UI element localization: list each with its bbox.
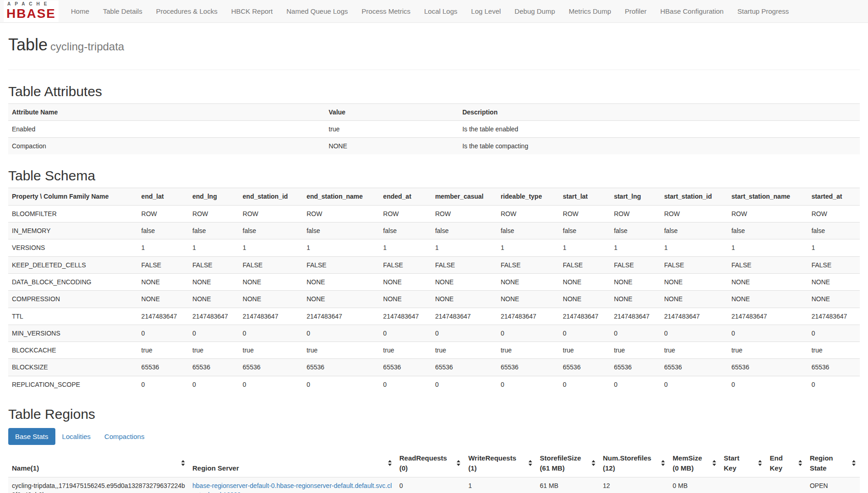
region-end-key (766, 477, 806, 493)
regions-col-region-state[interactable]: Region State (806, 450, 860, 477)
sort-down-arrow-icon (661, 464, 665, 466)
nav-link-log-level[interactable]: Log Level (464, 0, 508, 22)
nav-link-local-logs[interactable]: Local Logs (417, 0, 464, 22)
nav-link-hbase-configuration[interactable]: HBase Configuration (653, 0, 730, 22)
schema-cell: true (303, 342, 379, 359)
sort-icon[interactable] (661, 460, 665, 466)
schema-cell: NONE (808, 273, 860, 290)
schema-cell: NONE (138, 291, 189, 308)
hbase-logo[interactable]: APACHE HBASE (4, 0, 59, 22)
nav-link-hbck-report[interactable]: HBCK Report (224, 0, 280, 22)
region-num-storefiles: 12 (599, 477, 669, 493)
schema-cell: 2147483647 (660, 308, 728, 325)
sort-icon[interactable] (798, 460, 802, 466)
nav-item-profiler: Profiler (618, 0, 654, 22)
sort-icon[interactable] (592, 460, 595, 466)
tab-link-base-stats[interactable]: Base Stats (8, 428, 55, 445)
schema-cell: false (303, 222, 379, 239)
regions-col-name-1[interactable]: Name(1) (8, 450, 189, 477)
nav-link-profiler[interactable]: Profiler (618, 0, 654, 22)
regions-col-end-key[interactable]: End Key (766, 450, 806, 477)
schema-property-name: BLOOMFILTER (8, 205, 138, 222)
sort-icon[interactable] (528, 460, 532, 466)
attributes-header-row: Attribute NameValueDescription (8, 103, 860, 120)
tab-localities: Localities (55, 428, 98, 445)
nav-link-debug-dump[interactable]: Debug Dump (508, 0, 562, 22)
tab-link-localities[interactable]: Localities (55, 428, 98, 445)
page-title-text: Table (8, 35, 48, 54)
sort-down-arrow-icon (798, 464, 802, 466)
regions-col-writerequests-1[interactable]: WriteRequests (1) (464, 450, 536, 477)
schema-cell: FALSE (610, 256, 661, 273)
sort-icon[interactable] (457, 460, 460, 466)
regions-col-num-storefiles-12[interactable]: Num.Storefiles (12) (599, 450, 669, 477)
schema-cell: false (189, 222, 239, 239)
nav-link-table-details[interactable]: Table Details (96, 0, 149, 22)
attributes-col-attribute-name: Attribute Name (8, 103, 325, 120)
regions-col-storefilesize-61-mb[interactable]: StorefileSize (61 MB) (536, 450, 599, 477)
schema-cell: NONE (610, 291, 661, 308)
schema-cell: false (239, 222, 303, 239)
schema-cell: ROW (808, 205, 860, 222)
schema-family-ended-at: ended_at (379, 188, 431, 205)
nav-link-home[interactable]: Home (64, 0, 96, 22)
schema-cell: 65536 (303, 359, 379, 376)
schema-property-name: KEEP_DELETED_CELLS (8, 256, 138, 273)
nav-link-metrics-dump[interactable]: Metrics Dump (562, 0, 618, 22)
regions-col-start-key[interactable]: Start Key (720, 450, 766, 477)
sort-down-arrow-icon (592, 464, 595, 466)
region-server-link[interactable]: hbase-regionserver-default-0.hbase-regio… (193, 482, 392, 493)
schema-cell: 0 (379, 325, 431, 341)
sort-icon[interactable] (758, 460, 762, 466)
sort-up-arrow-icon (661, 460, 665, 462)
logo-apache-text: APACHE (7, 2, 56, 6)
schema-cell: 2147483647 (808, 308, 860, 325)
table-regions: Name(1)Region ServerReadRequests (0)Writ… (8, 450, 860, 493)
sort-icon[interactable] (852, 460, 856, 466)
nav-item-home: Home (64, 0, 96, 22)
sort-icon[interactable] (388, 460, 392, 466)
schema-corner-header: Property \ Column Family Name (8, 188, 138, 205)
nav-link-startup-progress[interactable]: Startup Progress (730, 0, 796, 22)
regions-col-region-server[interactable]: Region Server (189, 450, 396, 477)
schema-row-replication-scope: REPLICATION_SCOPE000000000000 (8, 376, 860, 393)
region-mem-size: 0 MB (669, 477, 720, 493)
schema-cell: NONE (497, 273, 559, 290)
schema-cell: false (559, 222, 610, 239)
sort-icon[interactable] (712, 460, 716, 466)
nav-link-process-metrics[interactable]: Process Metrics (355, 0, 417, 22)
schema-cell: 2147483647 (189, 308, 239, 325)
schema-cell: NONE (239, 273, 303, 290)
region-tabs: Base StatsLocalitiesCompactions (8, 428, 860, 445)
schema-cell: 1 (431, 239, 497, 256)
nav-link-procedures-locks[interactable]: Procedures & Locks (149, 0, 224, 22)
schema-cell: 0 (610, 325, 661, 341)
schema-row-versions: VERSIONS111111111111 (8, 239, 860, 256)
sort-down-arrow-icon (758, 464, 762, 466)
schema-cell: FALSE (189, 256, 239, 273)
sort-icon[interactable] (181, 460, 185, 466)
nav-item-process-metrics: Process Metrics (355, 0, 417, 22)
sort-down-arrow-icon (712, 464, 716, 466)
schema-cell: 1 (610, 239, 661, 256)
schema-property-name: IN_MEMORY (8, 222, 138, 239)
regions-col-readrequests-0[interactable]: ReadRequests (0) (396, 450, 465, 477)
schema-cell: FALSE (808, 256, 860, 273)
schema-cell: FALSE (138, 256, 189, 273)
page-title: Tablecycling-tripdata (8, 36, 860, 54)
tab-link-compactions[interactable]: Compactions (97, 428, 151, 445)
regions-heading: Table Regions (8, 406, 860, 422)
nav-link-named-queue-logs[interactable]: Named Queue Logs (280, 0, 355, 22)
schema-cell: 0 (497, 325, 559, 341)
schema-row-ttl: TTL2147483647214748364721474836472147483… (8, 308, 860, 325)
schema-cell: ROW (239, 205, 303, 222)
schema-family-rideable-type: rideable_type (497, 188, 559, 205)
schema-family-start-lat: start_lat (559, 188, 610, 205)
nav-item-startup-progress: Startup Progress (730, 0, 796, 22)
regions-col-memsize-0-mb[interactable]: MemSize (0 MB) (669, 450, 720, 477)
schema-property-name: VERSIONS (8, 239, 138, 256)
schema-cell: NONE (189, 273, 239, 290)
schema-cell: true (660, 342, 728, 359)
attribute-description: Is the table enabled (458, 120, 860, 137)
region-server-cell: hbase-regionserver-default-0.hbase-regio… (189, 477, 396, 493)
